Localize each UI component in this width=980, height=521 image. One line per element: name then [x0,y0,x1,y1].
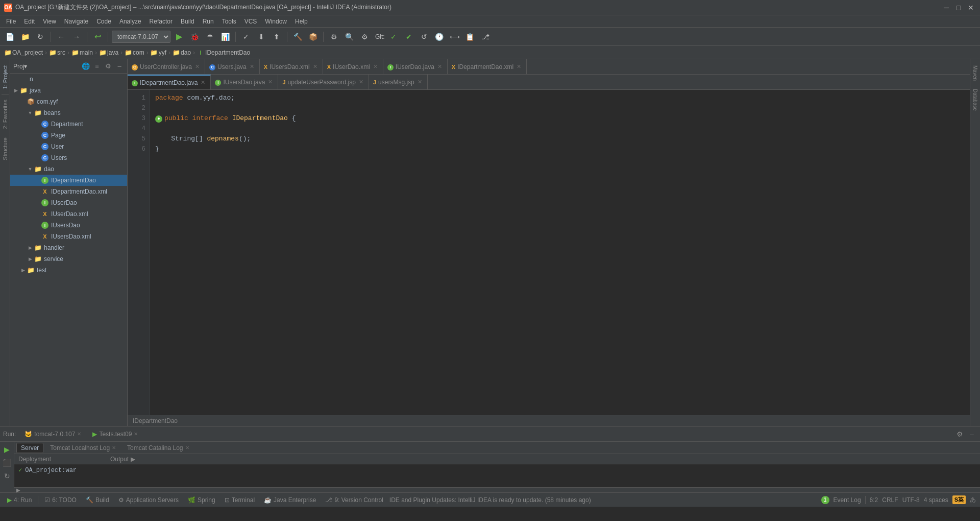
debug-button[interactable]: 🐞 [188,30,201,43]
project-panel-browse-btn[interactable]: 🌐 [81,62,90,71]
tree-item-IDepartmentDao.xml[interactable]: XIDepartmentDao.xml [10,186,127,197]
menu-item-vcs[interactable]: VCS [240,17,261,26]
open-button[interactable]: 📁 [18,30,32,43]
breadcrumb-item-src[interactable]: 📁src [49,49,65,56]
edit-config-button[interactable]: ⚙ [327,30,340,43]
menu-item-refactor[interactable]: Refactor [145,17,177,26]
tab2-updateUserPassword-jsp[interactable]: JupdateUserPassword.jsp✕ [278,75,369,89]
tab-IDepartmentDao-xml[interactable]: XIDepartmentDao.xml✕ [448,59,527,74]
run-stop-btn[interactable]: ⬛ [2,457,13,468]
build-tab[interactable]: 🔨 Build [83,495,112,505]
tab-close-IUserDao.java[interactable]: ✕ [436,63,443,70]
settings-button[interactable]: ⚙ [358,30,371,43]
close-button[interactable]: ✕ [966,3,976,13]
git-check-btn[interactable]: ✔ [402,30,415,43]
push-button[interactable]: ⬆ [270,30,283,43]
breadcrumb-item-dao[interactable]: 📁dao [173,49,191,56]
tab-close-UserController.java[interactable]: ✕ [194,63,201,70]
menu-item-window[interactable]: Window [261,17,291,26]
todo-tab[interactable]: ☑ 6: TODO [41,495,80,505]
tree-item-IDepartmentDao[interactable]: IIDepartmentDao [10,175,127,186]
encoding-indicator[interactable]: UTF-8 [902,496,920,504]
tab2-IUsersDao-java[interactable]: IIUsersDao.java✕ [211,75,278,89]
lang-indicator[interactable]: S英 [952,495,966,504]
server-tab-localhost-close[interactable]: ✕ [112,445,116,451]
breadcrumb-item-idepartmentdao[interactable]: IIDepartmentDao [197,49,250,56]
menu-item-edit[interactable]: Edit [20,17,39,26]
git-merge-btn[interactable]: ⎇ [479,30,492,43]
run-tab-tomcat[interactable]: 🐱 tomcat-7.0.107 ✕ [20,429,86,439]
position-indicator[interactable]: 6:2 [870,496,878,504]
profile-button[interactable]: 📊 [218,30,232,43]
indent-indicator[interactable]: 4 spaces [924,496,948,504]
tree-item-service[interactable]: ▶📁service [10,253,127,265]
tab2-close-IDepartmentDao.java[interactable]: ✕ [200,79,206,86]
server-tab-catalina[interactable]: Tomcat Catalina Log ✕ [122,443,193,453]
sync-button[interactable]: ↻ [34,30,47,43]
git-history-btn[interactable]: 🕐 [433,30,446,43]
menu-item-analyze[interactable]: Analyze [115,17,145,26]
tree-item-Department[interactable]: CDepartment [10,119,127,130]
run-bottom-tab[interactable]: ▶ 4: Run [4,495,35,505]
update-button[interactable]: ⬇ [255,30,268,43]
run-tab-tests-close[interactable]: ✕ [134,431,138,437]
server-tab-localhost[interactable]: Tomcat Localhost Log ✕ [45,443,120,453]
breadcrumb-item-main[interactable]: 📁main [71,49,93,56]
tree-item-IUserDao[interactable]: IIUserDao [10,197,127,208]
tree-item-java[interactable]: ▶📁java [10,85,127,96]
run-panel-minimize-btn[interactable]: – [967,429,977,439]
tree-item-n[interactable]: n [10,74,127,85]
run-tab-tomcat-close[interactable]: ✕ [77,431,81,437]
coverage-button[interactable]: ☂ [203,30,216,43]
tab-close-IUsersDao.xml[interactable]: ✕ [312,63,318,70]
new-file-button[interactable]: 📄 [3,30,16,43]
version-control-tab[interactable]: ⎇ 9: Version Control [322,495,386,505]
maximize-button[interactable]: □ [953,3,964,13]
git-commit-btn[interactable]: ✓ [387,30,400,43]
run-play-btn[interactable]: ▶ [2,444,13,455]
app-servers-tab[interactable]: ⚙ Application Servers [115,495,182,505]
menu-item-code[interactable]: Code [92,17,115,26]
java-enterprise-tab[interactable]: ☕ Java Enterprise [261,495,319,505]
tree-item-Page[interactable]: CPage [10,130,127,141]
git-diff-btn[interactable]: ⟷ [448,30,461,43]
commit-button[interactable]: ✓ [239,30,253,43]
tree-item-com.yyf[interactable]: 📦com.yyf [10,96,127,107]
project-panel-settings-btn[interactable]: ⚙ [104,62,113,71]
tab2-close-usersMsg.jsp[interactable]: ✕ [416,78,423,86]
menu-item-navigate[interactable]: Navigate [60,17,92,26]
database-tab[interactable]: Database [972,85,978,115]
run-rerun-btn[interactable]: ↻ [2,470,13,482]
tab-Users-java[interactable]: CUsers.java✕ [205,59,260,74]
tab2-close-IUsersDao.java[interactable]: ✕ [267,78,274,86]
forward-button[interactable]: → [70,30,83,43]
menu-item-build[interactable]: Build [177,17,199,26]
undo-button[interactable]: ↩ [91,30,104,43]
breadcrumb-item-yyf[interactable]: 📁yyf [151,49,166,56]
menu-item-view[interactable]: View [39,17,60,26]
server-tab-server[interactable]: Server [16,443,43,453]
run-panel-settings-btn[interactable]: ⚙ [954,429,965,439]
tab-IUserDao-xml[interactable]: XIUserDao.xml✕ [323,59,383,74]
breadcrumb-item-project[interactable]: 📁OA_project [4,49,43,56]
tab2-usersMsg-jsp[interactable]: JusersMsg.jsp✕ [369,75,428,89]
tree-item-handler[interactable]: ▶📁handler [10,242,127,253]
tree-item-User[interactable]: CUser [10,141,127,152]
menu-item-run[interactable]: Run [199,17,218,26]
tab-IUsersDao-xml[interactable]: XIUsersDao.xml✕ [260,59,323,74]
menu-item-tools[interactable]: Tools [218,17,240,26]
menu-item-file[interactable]: File [2,17,20,26]
code-content[interactable]: package com.yyf.dao; ●public interface I… [150,90,970,415]
favorites-tab[interactable]: 2: Favorites [1,96,9,133]
tree-item-Users[interactable]: CUsers [10,152,127,163]
git-stash-btn[interactable]: 📋 [463,30,477,43]
tree-item-test[interactable]: ▶📁test [10,265,127,276]
tree-item-IUsersDao[interactable]: IIUsersDao [10,220,127,231]
run-button[interactable]: ▶ [173,30,186,43]
tab-UserController-java[interactable]: CUserController.java✕ [128,59,205,74]
project-tab[interactable]: 1: Project [1,61,9,93]
back-button[interactable]: ← [55,30,68,43]
run-hscroll-arrows[interactable]: ▶ [16,487,20,492]
minimize-button[interactable]: ─ [941,3,951,13]
maven-tab[interactable]: Maven [972,61,978,85]
